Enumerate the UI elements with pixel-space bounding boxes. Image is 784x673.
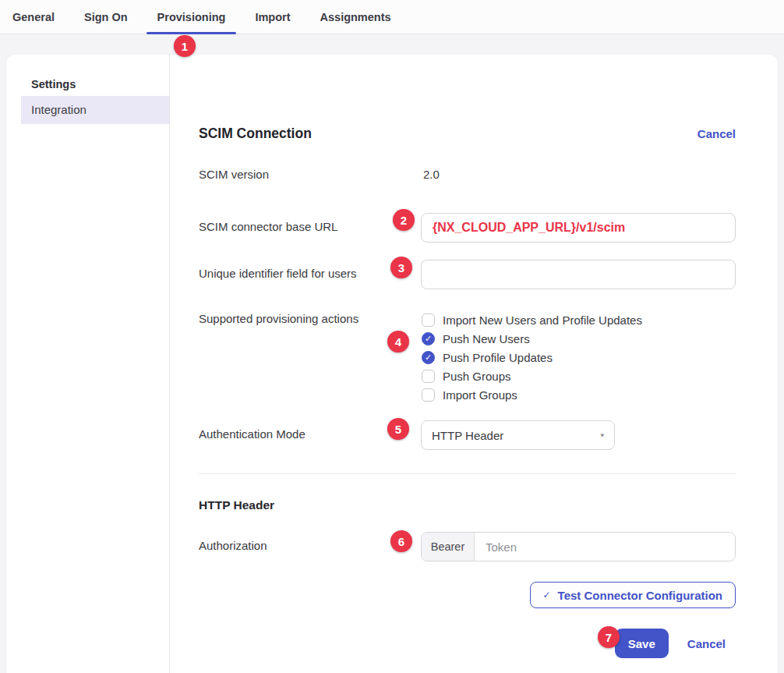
scim-version-label: SCIM version [199, 168, 421, 181]
sidebar-item-integration[interactable]: Integration [21, 96, 169, 124]
checkbox-import-groups[interactable]: Import Groups [422, 385, 736, 404]
actions-label: Supported provisioning actions [199, 310, 421, 325]
checkbox-import-new-users[interactable]: Import New Users and Profile Updates [422, 310, 736, 329]
tab-assignments[interactable]: Assignments [309, 0, 402, 34]
checkbox-checked-icon[interactable]: ✓ [422, 332, 435, 345]
app-tab-bar: General Sign On Provisioning Import Assi… [0, 0, 784, 34]
annotation-badge-7: 7 [598, 626, 620, 648]
tab-sign-on[interactable]: Sign On [73, 0, 139, 34]
checkbox-icon[interactable] [422, 388, 435, 402]
tab-import[interactable]: Import [244, 0, 301, 34]
cancel-link-bottom[interactable]: Cancel [687, 637, 726, 650]
checkbox-push-profile-updates[interactable]: ✓ Push Profile Updates [422, 348, 736, 367]
page-title: SCIM Connection [199, 126, 312, 142]
sidebar-header: Settings [6, 76, 169, 92]
bearer-prefix: Bearer [422, 533, 475, 561]
checkbox-icon[interactable] [422, 313, 435, 327]
checkbox-checked-icon[interactable]: ✓ [422, 351, 435, 364]
save-button[interactable]: Save [615, 629, 669, 658]
base-url-label: SCIM connector base URL [199, 213, 421, 233]
scim-version-value: 2.0 [421, 168, 736, 181]
scim-connection-form: SCIM Connection Cancel SCIM version 2.0 … [170, 55, 778, 673]
cancel-link-top[interactable]: Cancel [697, 127, 736, 140]
auth-mode-select[interactable]: HTTP Header ▾ [421, 420, 615, 450]
annotation-badge-5: 5 [387, 418, 409, 440]
checkbox-push-new-users[interactable]: ✓ Push New Users [422, 329, 736, 348]
checkbox-label: Push Groups [443, 370, 511, 383]
checkbox-push-groups[interactable]: Push Groups [422, 367, 736, 385]
settings-sidebar: Settings Integration [6, 55, 170, 673]
auth-mode-selected-value: HTTP Header [432, 429, 503, 442]
check-icon: ✓ [543, 590, 551, 600]
annotation-badge-1: 1 [174, 35, 196, 57]
chevron-down-icon: ▾ [600, 431, 604, 439]
unique-id-label: Unique identifier field for users [199, 260, 421, 280]
test-connector-configuration-button[interactable]: ✓ Test Connector Configuration [530, 582, 736, 608]
annotation-badge-6: 6 [390, 530, 412, 552]
checkbox-label: Import Groups [443, 388, 517, 402]
http-header-section-title: HTTP Header [199, 498, 736, 513]
checkbox-label: Push New Users [443, 332, 530, 345]
base-url-input[interactable] [421, 213, 736, 243]
tab-provisioning[interactable]: Provisioning [147, 0, 237, 34]
unique-id-input[interactable] [421, 260, 736, 289]
authorization-label: Authorization [199, 532, 421, 552]
annotation-badge-3: 3 [390, 257, 412, 278]
checkbox-label: Push Profile Updates [443, 351, 553, 364]
authorization-input-group: Bearer [421, 532, 736, 561]
test-button-label: Test Connector Configuration [558, 589, 722, 602]
tab-general[interactable]: General [2, 0, 65, 34]
section-divider [199, 473, 736, 474]
annotation-badge-2: 2 [393, 209, 415, 231]
annotation-badge-4: 4 [387, 331, 409, 352]
token-input[interactable] [475, 533, 735, 561]
provisioning-card: Settings Integration SCIM Connection Can… [6, 55, 778, 673]
checkbox-icon[interactable] [422, 370, 435, 383]
checkbox-label: Import New Users and Profile Updates [443, 313, 642, 327]
